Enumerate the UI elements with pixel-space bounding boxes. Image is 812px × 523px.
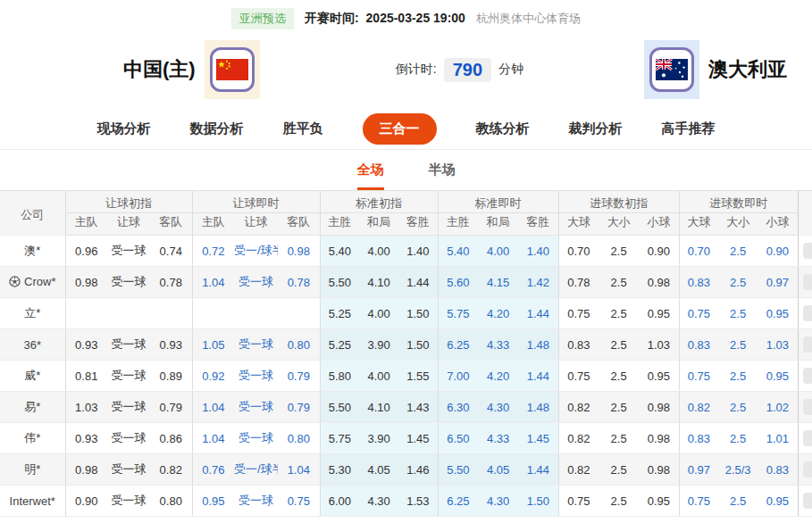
odds-cell: 0.95	[639, 486, 679, 517]
company-row: 伟*0.93受一球0.861.04受一球0.805.753.901.456.50…	[0, 423, 812, 454]
odds-cell: 2.5	[718, 267, 758, 298]
nav-tab-3[interactable]: 三合一	[363, 113, 437, 145]
odds-cell: 1.44	[518, 298, 558, 329]
odds-cell: 受一/球半	[234, 454, 278, 486]
company-cell[interactable]: 威*	[0, 361, 65, 392]
odds-cell: 0.83	[679, 267, 718, 298]
odds-cell: 0.81	[65, 361, 107, 392]
subtab-1[interactable]: 半场	[429, 162, 456, 190]
odds-cell: 1.03	[65, 392, 107, 423]
odds-cell: 2.5	[718, 298, 758, 329]
odds-cell: 0.80	[150, 486, 192, 517]
trend-button[interactable]	[803, 430, 812, 446]
nav-tab-5[interactable]: 裁判分析	[569, 120, 623, 137]
odds-cell: 0.75	[679, 298, 718, 329]
odds-cell: 受一球	[107, 329, 150, 361]
odds-cell: 2.5	[599, 329, 639, 361]
league-badge[interactable]: 亚洲预选	[231, 8, 294, 29]
company-cell[interactable]: 明*	[0, 454, 65, 486]
odds-cell: 4.00	[359, 298, 398, 329]
odds-cell: 2.5	[718, 392, 758, 423]
odds-cell: 0.98	[278, 236, 320, 267]
odds-cell: 1.44	[398, 267, 438, 298]
company-name: 澳*	[24, 243, 40, 259]
edge-cell	[798, 486, 812, 517]
nav-tab-6[interactable]: 高手推荐	[662, 120, 716, 137]
odds-cell: 1.48	[518, 392, 558, 423]
odds-cell: 1.04	[192, 423, 234, 454]
odds-cell: 6.25	[438, 486, 478, 517]
company-row: 明*0.98受一球0.820.76受一/球半1.045.304.051.465.…	[0, 454, 812, 486]
odds-cell: 0.74	[150, 236, 192, 267]
subtab-0[interactable]: 全场	[357, 162, 384, 190]
odds-cell: 受一球	[234, 267, 278, 298]
odds-cell: 1.44	[518, 454, 558, 486]
odds-cell: 1.04	[278, 454, 320, 486]
odds-cell: 5.25	[320, 298, 359, 329]
company-cell[interactable]: 立*	[0, 298, 65, 329]
odds-cell: 0.95	[639, 361, 679, 392]
trend-button[interactable]	[803, 368, 812, 384]
odds-cell: 0.75	[558, 361, 599, 392]
company-cell[interactable]: 伟*	[0, 423, 65, 454]
odds-cell: 1.44	[518, 361, 558, 392]
trend-button[interactable]	[803, 493, 812, 509]
subtab-bar: 全场半场	[0, 150, 812, 190]
nav-tab-0[interactable]: 现场分析	[97, 120, 151, 137]
countdown: 倒计时: 790 分钟	[396, 58, 523, 82]
company-cell[interactable]: 澳*	[0, 236, 65, 267]
odds-cell: 1.43	[398, 392, 438, 423]
company-name: 威*	[24, 368, 40, 384]
company-name: Crow*	[24, 275, 55, 288]
odds-cell: 4.20	[478, 361, 518, 392]
odds-cell: 1.50	[398, 329, 438, 361]
odds-cell: 5.75	[320, 423, 359, 454]
trend-button[interactable]	[803, 243, 812, 259]
trend-button[interactable]	[803, 305, 812, 321]
odds-cell: 6.50	[438, 423, 478, 454]
odds-cell: 2.5	[599, 392, 639, 423]
trend-button[interactable]	[803, 399, 812, 415]
trend-button[interactable]	[803, 274, 812, 290]
odds-cell: 5.50	[320, 267, 359, 298]
kickoff-label: 开赛时间:	[305, 11, 359, 25]
home-team: 中国(主)	[123, 40, 260, 99]
company-row: 36*0.93受一球0.931.05受一球0.805.253.901.506.2…	[0, 329, 812, 361]
company-cell[interactable]: Interwet*	[0, 486, 65, 517]
odds-cell: 0.83	[679, 423, 718, 454]
edge-cell	[798, 329, 812, 361]
odds-cell: 0.78	[558, 267, 599, 298]
odds-cell: 1.45	[518, 423, 558, 454]
column-sub-4-0: 大球	[558, 213, 599, 236]
company-cell[interactable]: 易*	[0, 392, 65, 423]
odds-cell: 0.93	[65, 423, 107, 454]
odds-cell: 5.40	[320, 236, 359, 267]
home-team-name: 中国(主)	[123, 56, 196, 83]
odds-cell: 4.05	[478, 454, 518, 486]
company-name: Interwet*	[10, 494, 55, 508]
match-header: 中国(主) 倒计时: 790 分钟	[0, 30, 812, 109]
away-team: 澳大利亚	[644, 40, 787, 99]
odds-cell: 0.72	[192, 236, 234, 267]
trend-button[interactable]	[803, 336, 812, 353]
trend-button[interactable]	[803, 461, 812, 477]
odds-cell: 1.40	[398, 236, 438, 267]
nav-tab-1[interactable]: 数据分析	[190, 120, 244, 137]
company-cell[interactable]: 36*	[0, 329, 65, 361]
nav-tab-4[interactable]: 教练分析	[476, 120, 530, 137]
odds-cell: 1.46	[398, 454, 438, 486]
company-cell[interactable]: Crow*	[0, 267, 65, 298]
odds-cell: 3.90	[359, 423, 398, 454]
odds-cell: 2.5	[718, 486, 758, 517]
odds-cell: 4.15	[478, 267, 518, 298]
odds-cell: 0.98	[639, 454, 679, 486]
company-row: 易*1.03受一球0.791.04受一球0.795.504.101.436.30…	[0, 392, 812, 423]
column-sub-0-0: 主队	[65, 213, 107, 236]
odds-cell: 2.5	[599, 267, 639, 298]
odds-cell: 0.80	[278, 329, 320, 361]
away-flag-container	[644, 40, 699, 99]
odds-cell: 1.04	[192, 267, 234, 298]
odds-cell: 0.89	[150, 361, 192, 392]
column-group-3: 标准即时	[438, 191, 558, 213]
nav-tab-2[interactable]: 胜平负	[283, 120, 323, 137]
